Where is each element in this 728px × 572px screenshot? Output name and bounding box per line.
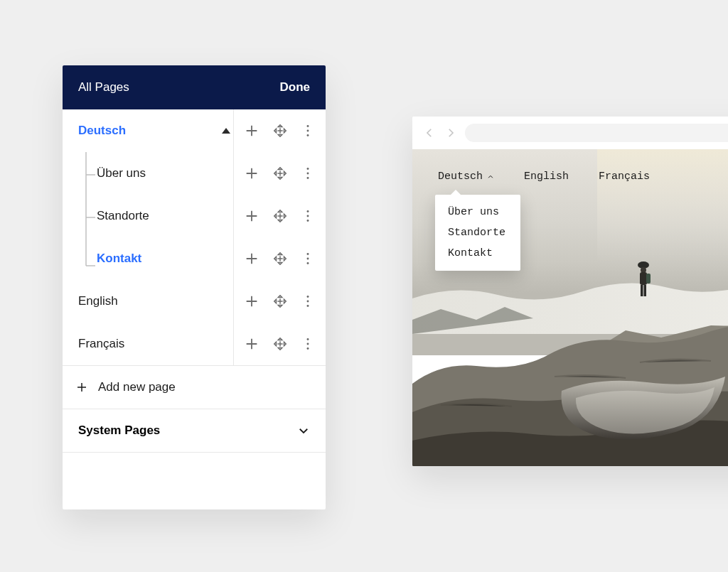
page-item-kontakt: Kontakt bbox=[63, 237, 326, 280]
svg-point-16 bbox=[307, 343, 309, 345]
svg-rect-25 bbox=[644, 285, 647, 296]
svg-point-15 bbox=[307, 338, 309, 340]
move-icon[interactable] bbox=[272, 123, 288, 139]
page-label-cell[interactable]: Français bbox=[63, 323, 233, 365]
add-icon[interactable] bbox=[244, 251, 259, 266]
system-pages-toggle[interactable]: System Pages bbox=[63, 409, 326, 452]
svg-point-11 bbox=[307, 262, 309, 264]
svg-point-12 bbox=[307, 296, 309, 298]
svg-point-8 bbox=[307, 220, 309, 222]
chevron-down-icon bbox=[297, 424, 310, 437]
add-icon[interactable] bbox=[244, 123, 259, 139]
svg-point-2 bbox=[307, 134, 309, 136]
nav-label: Deutsch bbox=[438, 171, 483, 183]
more-icon[interactable] bbox=[300, 208, 316, 224]
more-icon[interactable] bbox=[300, 336, 316, 352]
panel-title: All Pages bbox=[78, 80, 129, 95]
more-icon[interactable] bbox=[300, 166, 316, 181]
move-icon[interactable] bbox=[272, 208, 288, 224]
nav-item-english[interactable]: English bbox=[524, 171, 569, 183]
add-icon[interactable] bbox=[244, 336, 259, 352]
done-button[interactable]: Done bbox=[280, 80, 311, 95]
browser-preview: Deutsch English Français Über uns Stando… bbox=[412, 117, 728, 466]
svg-point-4 bbox=[307, 173, 309, 175]
page-label: Deutsch bbox=[78, 124, 126, 138]
move-icon[interactable] bbox=[272, 251, 288, 266]
panel-header: All Pages Done bbox=[63, 65, 326, 109]
browser-toolbar bbox=[412, 117, 728, 149]
add-icon[interactable] bbox=[244, 166, 259, 181]
pages-panel: All Pages Done Deutsch bbox=[63, 65, 326, 509]
forward-button[interactable] bbox=[444, 126, 458, 140]
more-icon[interactable] bbox=[300, 251, 316, 266]
page-label-cell[interactable]: Über uns bbox=[63, 152, 233, 195]
page-label: Français bbox=[78, 337, 124, 351]
svg-point-10 bbox=[307, 258, 309, 260]
svg-rect-19 bbox=[597, 149, 728, 263]
svg-point-17 bbox=[307, 347, 309, 350]
add-page-button[interactable]: Add new page bbox=[63, 366, 326, 409]
page-actions bbox=[233, 109, 326, 152]
svg-rect-23 bbox=[646, 274, 651, 284]
nav-item-francais[interactable]: Français bbox=[599, 171, 650, 183]
page-label: Kontakt bbox=[97, 252, 141, 266]
page-actions bbox=[233, 195, 326, 237]
collapse-icon[interactable] bbox=[222, 128, 230, 134]
nav-label: Français bbox=[599, 171, 650, 183]
svg-point-13 bbox=[307, 301, 309, 303]
svg-point-21 bbox=[641, 267, 646, 273]
svg-rect-24 bbox=[641, 285, 643, 296]
svg-point-6 bbox=[307, 210, 309, 212]
page-label-cell[interactable]: English bbox=[63, 280, 233, 323]
add-icon[interactable] bbox=[244, 293, 259, 309]
move-icon[interactable] bbox=[272, 336, 288, 352]
page-actions bbox=[233, 152, 326, 195]
add-page-label: Add new page bbox=[98, 380, 176, 394]
nav-dropdown: Über uns Standorte Kontakt bbox=[435, 195, 520, 271]
move-icon[interactable] bbox=[272, 166, 288, 181]
svg-rect-22 bbox=[640, 272, 647, 285]
svg-point-9 bbox=[307, 253, 309, 255]
chevron-up-icon bbox=[487, 173, 494, 180]
site-nav: Deutsch English Français bbox=[438, 171, 650, 183]
plus-icon bbox=[75, 381, 88, 394]
svg-point-3 bbox=[307, 168, 309, 170]
svg-point-1 bbox=[307, 130, 309, 132]
page-label: Standorte bbox=[97, 209, 149, 223]
svg-point-5 bbox=[307, 177, 309, 179]
nav-item-deutsch[interactable]: Deutsch bbox=[438, 171, 494, 183]
back-button[interactable] bbox=[422, 126, 437, 140]
more-icon[interactable] bbox=[300, 123, 316, 139]
add-icon[interactable] bbox=[244, 208, 259, 224]
more-icon[interactable] bbox=[300, 293, 316, 309]
page-item-francais: Français bbox=[63, 323, 326, 365]
pages-tree: Deutsch Über uns bbox=[63, 109, 326, 365]
move-icon[interactable] bbox=[272, 293, 288, 309]
dropdown-item[interactable]: Über uns bbox=[435, 202, 520, 222]
page-label-cell[interactable]: Standorte bbox=[63, 195, 233, 237]
nav-label: English bbox=[524, 171, 569, 183]
page-item-uber-uns: Über uns bbox=[63, 152, 326, 195]
page-actions bbox=[233, 280, 326, 323]
page-item-english: English bbox=[63, 280, 326, 323]
page-actions bbox=[233, 237, 326, 280]
svg-point-14 bbox=[307, 305, 309, 307]
site-viewport: Deutsch English Français Über uns Stando… bbox=[412, 149, 728, 466]
page-label-cell[interactable]: Kontakt bbox=[63, 237, 233, 280]
page-item-standorte: Standorte bbox=[63, 195, 326, 237]
page-label: English bbox=[78, 294, 118, 308]
system-pages-label: System Pages bbox=[78, 423, 160, 438]
page-actions bbox=[233, 323, 326, 365]
panel-pad bbox=[63, 453, 326, 509]
page-label-cell[interactable]: Deutsch bbox=[63, 109, 233, 152]
page-label: Über uns bbox=[97, 166, 146, 180]
page-item-deutsch: Deutsch bbox=[63, 109, 326, 152]
svg-point-0 bbox=[307, 125, 309, 127]
address-bar[interactable] bbox=[465, 124, 728, 142]
svg-point-7 bbox=[307, 215, 309, 217]
dropdown-item[interactable]: Standorte bbox=[435, 222, 520, 243]
dropdown-item[interactable]: Kontakt bbox=[435, 243, 520, 264]
